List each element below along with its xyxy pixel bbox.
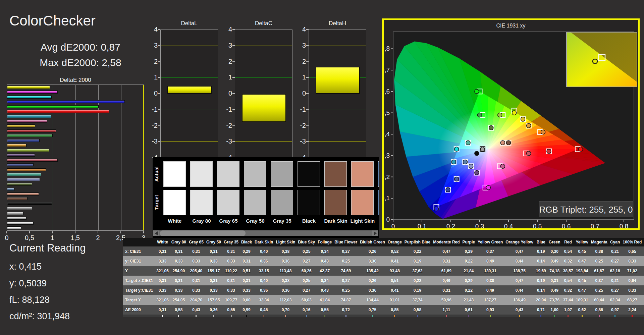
cie-measured-yellow xyxy=(521,117,525,121)
delta-y-tick xyxy=(306,45,309,46)
swatch-label-black: Black xyxy=(296,218,322,224)
cell-target-x-cie31-cyan: 0,21 xyxy=(609,276,622,285)
swatch-actual-gray-50[interactable] xyxy=(244,161,266,187)
swatch-actual-blue-sky[interactable] xyxy=(378,161,379,187)
cell-y-white: 321,06 xyxy=(155,266,170,276)
chip-cell-red xyxy=(561,315,574,317)
delta-y-tick xyxy=(306,61,309,62)
cell-y-100-red: 71,02 xyxy=(622,266,643,276)
de2000-bar-foliage xyxy=(7,183,32,186)
de2000-bar-moderate-red xyxy=(7,159,58,162)
patch-color-chip xyxy=(394,315,395,317)
scroll-right-button[interactable] xyxy=(372,230,378,236)
cell--e-2000-gray-65: 0,43 xyxy=(187,305,205,315)
chip-cell-cyan xyxy=(609,315,622,317)
cell-y-red: 38,57 xyxy=(561,266,574,276)
cell-target-x-cie31-dark-skin: 0,40 xyxy=(253,276,274,285)
cell--e-2000-foliage: 0,55 xyxy=(316,305,333,315)
row-header--e-2000: ΔE 2000 xyxy=(123,305,155,315)
patch-color-chip xyxy=(196,315,197,317)
svg-text:0,2: 0,2 xyxy=(446,223,455,228)
svg-text:0,8: 0,8 xyxy=(384,45,390,52)
swatch-scrollbar-thumb[interactable] xyxy=(160,230,246,236)
cell-target-y-cie31-foliage: 0,43 xyxy=(316,285,333,295)
de2000-x-tick-label: 1,5 xyxy=(65,234,85,242)
delta-y-tick xyxy=(158,77,160,78)
delta-gridline xyxy=(309,142,366,142)
row-header-y-cie31: y: CIE31 xyxy=(123,256,155,266)
cell-target-y-white: 321,06 xyxy=(155,295,170,305)
table-row--e-2000: ΔE 20000,310,580,430,360,550,990,450,700… xyxy=(123,305,644,315)
chip-cell-blue-sky xyxy=(297,315,316,317)
measurement-table: WhiteGray 80Gray 65Gray 50Gray 35BlackDa… xyxy=(123,238,644,317)
cell-x-cie31-gray-65: 0,31 xyxy=(187,246,205,256)
cell-target-y-cie31-purple: 0,22 xyxy=(461,285,476,295)
cie-measured-100-blue xyxy=(434,207,439,211)
cell-target-y-cie31-blue: 0,14 xyxy=(535,285,547,295)
swatch-target-dark-skin[interactable] xyxy=(324,190,347,215)
chip-cell-gray-65 xyxy=(187,315,205,317)
swatch-target-gray-50[interactable] xyxy=(244,190,266,215)
swatch-target-gray-65[interactable] xyxy=(217,190,239,215)
col-header-blue: Blue xyxy=(535,238,547,246)
swatch-target-blue-sky[interactable] xyxy=(378,190,379,215)
patch-color-chip xyxy=(213,315,214,317)
cell-target-y-blue-flower: 74,87 xyxy=(333,295,359,305)
swatch-actual-gray-80[interactable] xyxy=(190,161,213,187)
cell-x-cie31-light-skin: 0,38 xyxy=(274,246,297,256)
cell--e-2000-gray-50: 0,36 xyxy=(205,305,222,315)
cie-measured-blue xyxy=(446,187,450,192)
patch-color-chip xyxy=(599,315,600,317)
swatch-label-gray-80: Gray 80 xyxy=(188,218,215,224)
delta-gridline xyxy=(235,142,292,142)
cell-y-blue-flower: 74,69 xyxy=(333,266,359,276)
delta-bar-deltal xyxy=(167,86,212,94)
swatch-actual-black[interactable] xyxy=(298,161,320,187)
swatch-target-light-skin[interactable] xyxy=(351,190,374,215)
de2000-bar-purple xyxy=(7,154,35,157)
cell-y-dark-skin: 33,15 xyxy=(253,266,274,276)
cell-target-x-cie31-gray-50: 0,31 xyxy=(205,276,222,285)
cell--e-2000-yellow-green: 0,93 xyxy=(476,305,504,315)
swatch-actual-white[interactable] xyxy=(163,161,186,187)
swatch-actual-dark-skin[interactable] xyxy=(324,161,347,187)
table-row-target-y: Target Y321,06254,05204,70157,65109,770,… xyxy=(123,295,644,305)
cell-y-cyan: 62,18 xyxy=(609,266,622,276)
cell-target-y-light-skin: 112,03 xyxy=(274,295,297,305)
cell-x-cie31-white: 0,31 xyxy=(155,246,170,256)
cell--e-2000-red: 1,07 xyxy=(561,305,574,315)
swatch-target-gray-80[interactable] xyxy=(190,190,213,215)
col-header-orange: Orange xyxy=(386,238,403,246)
cell--e-2000-magenta: 0,88 xyxy=(590,305,609,315)
swatch-actual-gray-35[interactable] xyxy=(271,161,293,187)
cell-x-cie31-black: 0,29 xyxy=(240,246,253,256)
cell-x-cie31-blue-sky: 0,25 xyxy=(297,246,316,256)
delta-y-tick xyxy=(306,125,309,126)
patch-color-chip xyxy=(178,315,179,317)
patch-color-chip xyxy=(540,315,541,317)
swatch-actual-gray-65[interactable] xyxy=(217,161,239,187)
swatch-target-white[interactable] xyxy=(163,190,186,215)
chip-cell-foliage xyxy=(316,315,333,317)
de2000-bar-bluish-green xyxy=(7,173,41,176)
cell-target-y-yellow-green: 137,27 xyxy=(476,295,504,305)
cell-y-cie31-white: 0,33 xyxy=(155,256,170,266)
cell-x-cie31-foliage: 0,34 xyxy=(316,246,333,256)
col-header-gray-65: Gray 65 xyxy=(187,238,205,246)
scroll-left-button[interactable] xyxy=(153,230,159,236)
chip-cell-dark-skin xyxy=(253,315,274,317)
cell-y-magenta: 61,67 xyxy=(590,266,609,276)
cell--e-2000-100-red: 2,24 xyxy=(622,305,643,315)
cell-target-x-cie31-moderate-red: 0,46 xyxy=(432,276,461,285)
cell-y-cie31-red: 0,32 xyxy=(561,256,574,266)
de2000-bar-100-green xyxy=(7,105,99,108)
patch-color-chip xyxy=(263,315,264,317)
swatch-actual-light-skin[interactable] xyxy=(351,161,374,187)
cell-target-y-cie31-yellow: 0,47 xyxy=(575,285,590,295)
swatch-target-gray-35[interactable] xyxy=(271,190,293,215)
de2000-x-tick xyxy=(6,231,7,233)
swatch-target-black[interactable] xyxy=(298,190,320,215)
patch-color-chip xyxy=(246,315,247,317)
de2000-x-tick xyxy=(75,231,75,233)
cell-target-y-cie31-orange: 0,41 xyxy=(386,285,403,295)
